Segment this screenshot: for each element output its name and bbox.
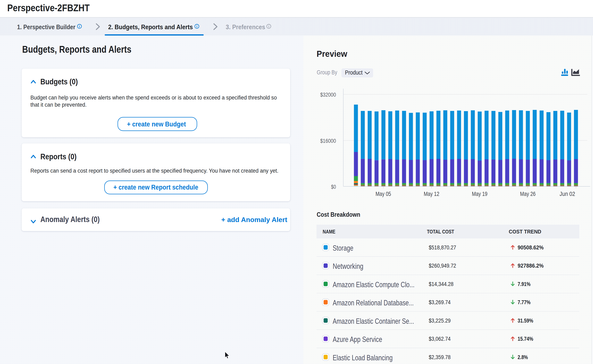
svg-text:7.91%: 7.91% xyxy=(518,281,531,287)
svg-text:927886.2%: 927886.2% xyxy=(518,262,544,269)
svg-text:Amazon Relational Database...: Amazon Relational Database... xyxy=(333,299,414,307)
svg-text:2.8%: 2.8% xyxy=(518,354,528,360)
svg-text:Storage: Storage xyxy=(333,244,353,252)
svg-text:Product: Product xyxy=(345,69,363,76)
svg-text:Perspective-2FBZHT: Perspective-2FBZHT xyxy=(7,2,90,13)
svg-text:Amazon Elastic Compute Clo...: Amazon Elastic Compute Clo... xyxy=(333,280,414,289)
svg-text:NAME: NAME xyxy=(323,229,335,234)
svg-text:Networking: Networking xyxy=(333,262,363,270)
svg-text:90508.62%: 90508.62% xyxy=(518,244,544,251)
svg-text:May 26: May 26 xyxy=(520,190,536,197)
svg-text:Anomaly Alerts (0): Anomaly Alerts (0) xyxy=(40,215,100,224)
svg-text:Preview: Preview xyxy=(317,49,347,59)
svg-text:$0: $0 xyxy=(331,184,336,190)
svg-text:Azure App Service: Azure App Service xyxy=(333,335,382,344)
svg-text:$260,949.72: $260,949.72 xyxy=(429,262,456,269)
svg-text:Amazon Elastic Container Se...: Amazon Elastic Container Se... xyxy=(333,317,414,325)
svg-text:May 19: May 19 xyxy=(472,190,487,197)
svg-text:May 12: May 12 xyxy=(424,190,439,197)
svg-text:3. Preferences: 3. Preferences xyxy=(226,23,265,31)
svg-text:that it can be prevented.: that it can be prevented. xyxy=(30,102,87,108)
svg-text:+ create new Budget: + create new Budget xyxy=(127,120,186,128)
svg-text:$3,062.74: $3,062.74 xyxy=(429,335,451,342)
svg-text:Budgets (0): Budgets (0) xyxy=(40,77,78,86)
svg-text:$16000: $16000 xyxy=(320,138,336,144)
svg-text:Elastic Load Balancing: Elastic Load Balancing xyxy=(333,354,393,362)
svg-text:Group By: Group By xyxy=(317,69,337,76)
svg-text:Budgets, Reports and Alerts: Budgets, Reports and Alerts xyxy=(22,44,132,55)
svg-text:Budget can help you receive al: Budget can help you receive alerts when … xyxy=(30,94,277,101)
svg-text:Jun 02: Jun 02 xyxy=(560,190,575,197)
svg-text:31.59%: 31.59% xyxy=(518,317,533,324)
svg-text:$3,269.74: $3,269.74 xyxy=(429,299,451,305)
svg-text:1. Perspective Builder: 1. Perspective Builder xyxy=(17,23,75,31)
svg-text:$3,225.29: $3,225.29 xyxy=(429,317,451,324)
svg-text:Reports can send a cost report: Reports can send a cost report to specif… xyxy=(30,168,279,174)
svg-text:15.74%: 15.74% xyxy=(518,335,533,342)
svg-text:May 05: May 05 xyxy=(376,190,391,197)
svg-text:Reports (0): Reports (0) xyxy=(40,152,77,161)
svg-text:7.77%: 7.77% xyxy=(518,299,531,305)
svg-text:+ create new Report schedule: + create new Report schedule xyxy=(113,183,198,191)
svg-text:+ add Anomaly Alert: + add Anomaly Alert xyxy=(221,216,287,223)
svg-text:$2,359.78: $2,359.78 xyxy=(429,354,451,360)
svg-text:COST TREND: COST TREND xyxy=(509,229,541,234)
svg-text:2. Budgets, Reports and Alerts: 2. Budgets, Reports and Alerts xyxy=(108,23,193,31)
svg-text:$518,870.27: $518,870.27 xyxy=(429,244,456,251)
svg-text:Cost Breakdown: Cost Breakdown xyxy=(317,211,360,218)
svg-text:$14,344.28: $14,344.28 xyxy=(429,281,453,287)
svg-text:TOTAL COST: TOTAL COST xyxy=(427,229,454,234)
svg-text:$32000: $32000 xyxy=(320,91,336,98)
